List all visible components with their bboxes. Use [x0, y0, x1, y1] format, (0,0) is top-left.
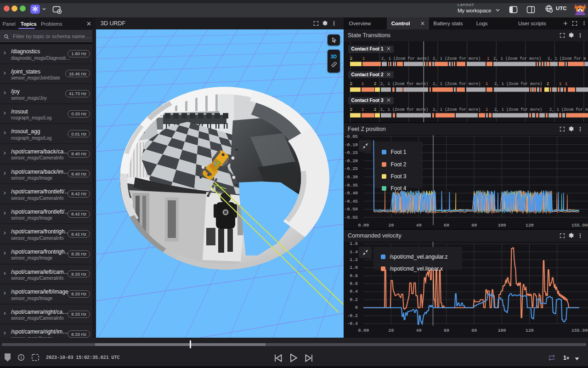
svg-text:2, 1 (Zoom for more): 2, 1 (Zoom for more)	[493, 57, 541, 61]
svg-text:2: 2	[374, 108, 376, 112]
svg-text:1: 1	[486, 82, 488, 86]
svg-text:2, 1 (Zoom for more): 2, 1 (Zoom for more)	[381, 57, 429, 61]
svg-text:2: 2	[350, 108, 352, 112]
svg-text:1: 1	[362, 82, 364, 86]
svg-text:1: 1	[559, 82, 561, 86]
svg-text:1: 1	[362, 108, 364, 112]
svg-text:1: 1	[565, 82, 567, 86]
svg-text:2, 1 (Zoom for more): 2, 1 (Zoom for more)	[433, 82, 481, 86]
svg-text:2, 1 (Zoom for more): 2, 1 (Zoom for more)	[494, 108, 542, 112]
svg-text:2, 1 (Zoom for more): 2, 1 (Zoom for more)	[494, 82, 542, 86]
svg-text:2, 1 (Zoom for more): 2, 1 (Zoom for more)	[433, 108, 481, 112]
svg-text:2, 1 (Zoom for more): 2, 1 (Zoom for more)	[380, 82, 428, 86]
svg-text:2, 1 (Zoom for m: 2, 1 (Zoom for m	[548, 57, 586, 61]
svg-text:2, 1 (Zoom for more): 2, 1 (Zoom for more)	[433, 57, 481, 61]
svg-text:2, 1 (Zoom for more): 2, 1 (Zoom for more)	[380, 108, 428, 112]
svg-text:2, 1 (Zoom for m: 2, 1 (Zoom for m	[549, 108, 588, 112]
svg-text:2: 2	[547, 82, 549, 86]
svg-text:1: 1	[487, 57, 489, 61]
svg-text:2: 2	[374, 82, 376, 86]
svg-text:1: 1	[362, 57, 365, 61]
svg-text:1: 1	[486, 108, 488, 112]
svg-text:2: 2	[350, 57, 352, 61]
svg-text:2: 2	[350, 82, 352, 86]
